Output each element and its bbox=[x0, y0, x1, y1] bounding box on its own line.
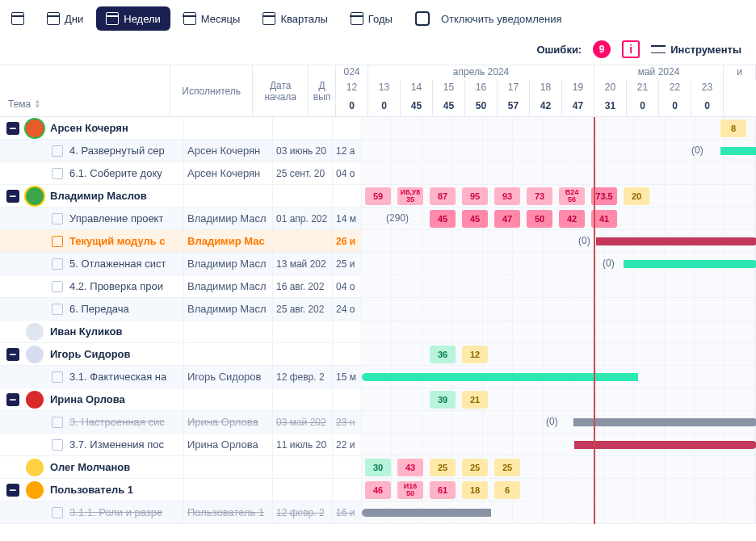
view-years-button[interactable]: Годы bbox=[341, 6, 402, 31]
workload-badge[interactable]: 45 bbox=[430, 210, 456, 228]
timeline-cell[interactable]: 3043252525 bbox=[362, 456, 756, 478]
task-row[interactable]: 5. Отлаженная систВладимир Масл13 май 20… bbox=[0, 253, 756, 275]
timeline-cell[interactable] bbox=[362, 298, 756, 320]
task-row[interactable]: 3.1.1. Роли и разреПользователь 112 февр… bbox=[0, 501, 756, 524]
task-row[interactable]: 3. Настроенная сисИрина Орлова03 май 202… bbox=[0, 411, 756, 434]
workload-badge[interactable]: 43 bbox=[397, 459, 423, 476]
view-months-button[interactable]: Месяцы bbox=[174, 6, 250, 31]
gantt-bar[interactable] bbox=[362, 373, 638, 381]
timeline-cell[interactable]: 8 bbox=[362, 117, 756, 139]
info-icon[interactable]: i bbox=[622, 40, 640, 58]
timeline-cell[interactable] bbox=[362, 321, 756, 342]
timeline-cell[interactable] bbox=[362, 366, 756, 388]
gantt-bar[interactable] bbox=[624, 260, 756, 268]
workload-badge[interactable]: 30 bbox=[365, 459, 391, 476]
person-row[interactable]: Арсен Кочерян8 bbox=[0, 117, 756, 140]
gantt-bar[interactable] bbox=[362, 509, 491, 517]
workload-badge[interactable]: 61 bbox=[430, 481, 456, 499]
disable-notif-checkbox[interactable] bbox=[415, 11, 430, 26]
workload-badge[interactable]: 47 bbox=[494, 210, 520, 228]
workload-badge[interactable]: 39 bbox=[430, 391, 456, 409]
col-theme[interactable]: Тема▲▼ bbox=[0, 65, 170, 116]
collapse-toggle[interactable] bbox=[6, 484, 19, 497]
timeline-cell[interactable] bbox=[362, 162, 756, 184]
person-row[interactable]: Игорь Сидоров3612 bbox=[0, 343, 756, 366]
person-row[interactable]: Иван Куликов bbox=[0, 321, 756, 343]
workload-badge[interactable]: 87 bbox=[430, 187, 456, 205]
workload-badge[interactable]: 18 bbox=[462, 481, 488, 499]
workload-badge[interactable]: 41 bbox=[591, 210, 617, 228]
timeline-cell[interactable]: (0) bbox=[362, 230, 756, 252]
view-days-button[interactable]: Дни bbox=[37, 6, 93, 31]
gantt-bar[interactable] bbox=[573, 418, 756, 426]
view-quarters-button[interactable]: Кварталы bbox=[253, 6, 337, 31]
collapse-toggle[interactable] bbox=[6, 190, 19, 203]
workload-badge[interactable]: 20 bbox=[624, 187, 649, 205]
timeline-cell[interactable]: (0) bbox=[362, 140, 756, 161]
person-row[interactable]: Владимир Маслов59И8,У83587959373B245673.… bbox=[0, 185, 756, 208]
workload-badge[interactable]: 95 bbox=[462, 187, 488, 205]
task-row[interactable]: 6.1. Соберите докуАрсен Кочерян25 сент. … bbox=[0, 162, 756, 185]
col-executor[interactable]: Исполнитель bbox=[170, 65, 253, 116]
task-row[interactable]: Управление проектВладимир Масл01 апр. 20… bbox=[0, 208, 756, 230]
week-cell[interactable]: 23 bbox=[691, 80, 724, 98]
timeline-cell[interactable]: 59И8,У83587959373B245673.520 bbox=[362, 185, 756, 207]
timeline-cell[interactable]: 46И165061186 bbox=[362, 479, 756, 501]
workload-badge[interactable]: И8,У835 bbox=[397, 187, 423, 205]
gantt-bar[interactable] bbox=[720, 147, 756, 155]
gantt-bar[interactable] bbox=[596, 237, 756, 245]
timeline-cell[interactable]: (0) bbox=[362, 411, 756, 433]
week-cell[interactable]: 22 bbox=[659, 80, 691, 98]
week-cell[interactable]: 12 bbox=[336, 80, 368, 98]
workload-badge[interactable]: 21 bbox=[462, 391, 488, 409]
task-row[interactable]: 3.7. Изменения посИрина Орлова11 июль 20… bbox=[0, 434, 756, 456]
workload-badge[interactable]: 25 bbox=[494, 459, 520, 476]
workload-badge[interactable]: 45 bbox=[462, 210, 488, 228]
task-row[interactable]: 3.1. Фактическая наИгорь Сидоров12 февр.… bbox=[0, 366, 756, 388]
gantt-bar[interactable] bbox=[574, 441, 756, 449]
week-cell[interactable]: 13 bbox=[368, 80, 401, 98]
task-row[interactable]: Текущий модуль сВладимир Мас26 и(0) bbox=[0, 230, 756, 253]
person-row[interactable]: Олег Молчанов3043252525 bbox=[0, 456, 756, 479]
workload-badge[interactable]: И1650 bbox=[397, 481, 423, 499]
week-cell[interactable]: 17 bbox=[498, 80, 530, 98]
tools-button[interactable]: Инструменты bbox=[651, 42, 741, 57]
week-cell[interactable]: 20 bbox=[594, 80, 627, 98]
person-row[interactable]: Пользователь 146И165061186 bbox=[0, 479, 756, 501]
col-due-date[interactable]: Д вып bbox=[309, 65, 336, 116]
workload-badge[interactable]: 50 bbox=[527, 210, 552, 228]
timeline-cell[interactable] bbox=[362, 501, 756, 523]
workload-badge[interactable]: 25 bbox=[430, 459, 456, 476]
week-cell[interactable]: 19 bbox=[562, 80, 594, 98]
col-start-date[interactable]: Дата начала bbox=[253, 65, 309, 116]
workload-badge[interactable]: 73.5 bbox=[591, 187, 617, 205]
workload-badge[interactable]: 46 bbox=[365, 481, 391, 499]
workload-badge[interactable]: 93 bbox=[494, 187, 520, 205]
view-weeks-button[interactable]: Недели bbox=[96, 6, 170, 31]
week-cell[interactable]: 14 bbox=[401, 80, 433, 98]
task-row[interactable]: 4.2. Проверка проиВладимир Масл16 авг. 2… bbox=[0, 275, 756, 298]
workload-badge[interactable]: 12 bbox=[462, 346, 488, 363]
workload-badge[interactable]: 59 bbox=[365, 187, 391, 205]
week-cell[interactable]: 16 bbox=[465, 80, 498, 98]
collapse-toggle[interactable] bbox=[6, 348, 19, 361]
errors-badge[interactable]: 9 bbox=[593, 40, 611, 58]
timeline-cell[interactable] bbox=[362, 434, 756, 455]
workload-badge[interactable]: B2456 bbox=[559, 187, 585, 205]
collapse-toggle[interactable] bbox=[6, 122, 19, 135]
timeline-cell[interactable]: 3612 bbox=[362, 343, 756, 365]
week-cell[interactable]: 15 bbox=[433, 80, 465, 98]
workload-badge[interactable]: 36 bbox=[430, 346, 456, 363]
timeline-cell[interactable]: 3921 bbox=[362, 388, 756, 410]
workload-badge[interactable]: 8 bbox=[720, 120, 746, 137]
workload-badge[interactable]: 42 bbox=[559, 210, 585, 228]
person-row[interactable]: Ирина Орлова3921 bbox=[0, 388, 756, 411]
collapse-toggle[interactable] bbox=[6, 393, 19, 406]
workload-badge[interactable]: 6 bbox=[494, 481, 520, 499]
task-row[interactable]: 6. ПередачаВладимир Масл25 авг. 20224 о bbox=[0, 298, 756, 321]
week-cell[interactable]: 18 bbox=[530, 80, 562, 98]
workload-badge[interactable]: 73 bbox=[527, 187, 552, 205]
timeline-cell[interactable] bbox=[362, 275, 756, 297]
sort-icon[interactable]: ▲▼ bbox=[34, 99, 40, 109]
timeline-cell[interactable]: (290)454547504241 bbox=[362, 208, 756, 229]
